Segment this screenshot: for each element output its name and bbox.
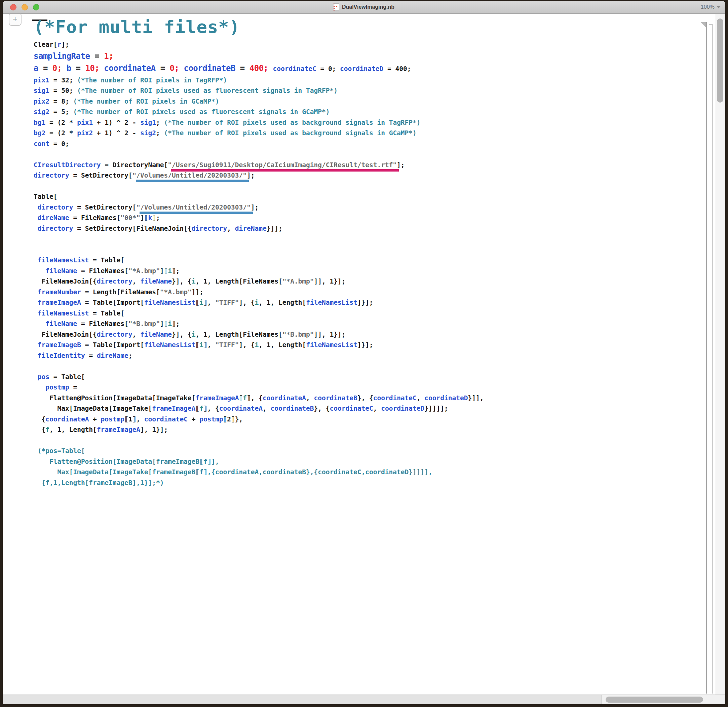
code-line[interactable]: Clear[r]; (34, 39, 685, 50)
code-line[interactable]: (*pos=Table[ (34, 446, 685, 457)
token-plain-code: + (89, 415, 101, 423)
zoom-level-control[interactable]: 100% (701, 1, 721, 13)
token-plain-code (34, 299, 38, 307)
vertical-scrollbar[interactable] (715, 14, 725, 695)
code-line[interactable]: {f, 1, Length[frameImageA], 1}]; (34, 425, 685, 435)
code-line[interactable]: samplingRate = 1; (34, 50, 685, 62)
token-variable: directory (97, 278, 133, 285)
code-line[interactable] (34, 244, 685, 255)
token-plain-code: , 1, Length[ (259, 299, 306, 307)
code-line[interactable]: bg2 = (2 * pix2 + 1) ^ 2 - sig2; (*The n… (34, 128, 685, 139)
code-line[interactable]: fileName = FileNames["*B.bmp"]⟦i⟧; (34, 318, 685, 329)
token-plain-code: , 1, Length[ (259, 341, 306, 349)
code-line[interactable]: Flatten@Position[ImageData[frameImageB⟦f… (34, 457, 685, 467)
code-line[interactable]: Table[ (34, 191, 685, 202)
code-line[interactable]: postmp = (34, 382, 685, 393)
code-line[interactable]: sig1 = 50; (*The number of ROI pixels us… (34, 85, 685, 96)
token-iterator: i (255, 299, 259, 307)
notebook-content[interactable]: (*For multi files*)Clear[r];samplingRate… (34, 16, 685, 488)
code-line[interactable]: directory = SetDirectory[FileNameJoin[{d… (34, 223, 685, 234)
token-variable: directory (192, 225, 227, 233)
token-plain-code: = DirectoryName[ (101, 161, 168, 169)
code-line[interactable]: fileName = FileNames["*A.bmp"]⟦i⟧; (34, 266, 685, 276)
token-plain-code: ]⟦ (160, 320, 168, 328)
code-line[interactable]: pos = Table[ (34, 372, 685, 382)
token-plain-code (34, 204, 38, 211)
token-plain-code: ⟦ (195, 299, 199, 307)
token-variable: coordinateD (381, 405, 425, 412)
token-plain-code: = (69, 383, 77, 391)
token-plain-code (34, 352, 38, 360)
token-plain-code: , 1, Length[ (49, 426, 97, 434)
code-line[interactable]: fileIdentity = direName; (34, 350, 685, 361)
code-line[interactable]: pix1 = 32; (*The number of ROI pixels in… (34, 75, 685, 86)
token-variable: coordinateA (263, 394, 306, 402)
token-plain-code: }]], (468, 394, 484, 402)
code-line[interactable]: (*For multi files*) (34, 16, 685, 38)
code-line[interactable]: bg1 = (2 * pix1 + 1) ^ 2 - sig1; (*The n… (34, 117, 685, 128)
token-plain-code: = (38, 64, 52, 73)
code-line[interactable]: sig2 = 5; (*The number of ROI pixels use… (34, 107, 685, 117)
token-variable: frameImageA (97, 426, 140, 434)
token-plain-code: = (2 * (45, 119, 77, 126)
token-plain-code: = Table[ (89, 256, 124, 264)
code-line[interactable]: a = 0; b = 10; coordinateA = 0; coordina… (34, 62, 685, 75)
code-line[interactable]: frameImageA = Table[Import[fileNamesList… (34, 297, 685, 308)
horizontal-scrollbar[interactable] (602, 695, 725, 704)
horizontal-scrollbar-thumb[interactable] (605, 697, 703, 703)
token-variable: fileNamesList (38, 256, 89, 264)
code-line[interactable]: Max[ImageData[ImageTake[frameImageB⟦f⟧,{… (34, 467, 685, 478)
code-line[interactable]: Flatten@Position[ImageData[ImageTake[fra… (34, 393, 685, 403)
code-line[interactable]: {f,1,Length[frameImageB],1}];*) (34, 478, 685, 489)
token-iterator: i (168, 320, 172, 328)
code-line[interactable]: cont = 0; (34, 139, 685, 149)
token-plain-code: ⟧, (204, 299, 215, 307)
status-message-area (3, 695, 602, 704)
token-plain-code: = (2 * (45, 129, 77, 137)
code-line[interactable]: frameImageB = Table[Import[fileNamesList… (34, 340, 685, 350)
code-line[interactable] (34, 361, 685, 372)
token-plain-code: ; (156, 119, 164, 126)
code-line[interactable]: directory = SetDirectory["/Volumes/Untit… (34, 170, 685, 181)
notebook-window: * DualViewImaging.nb 100% + (*For multi … (3, 1, 725, 704)
code-line[interactable]: fileNamesList = Table[ (34, 308, 685, 319)
cell-bracket-inner[interactable] (712, 24, 712, 694)
vertical-scrollbar-thumb[interactable] (717, 19, 723, 103)
token-iterator: f (45, 426, 49, 434)
code-line[interactable]: FileNameJoin[{directory, fileName}], {i,… (34, 329, 685, 340)
token-plain-code: = 400; (383, 65, 411, 73)
token-variable: directory (38, 225, 73, 233)
token-variable: sig1 (34, 87, 49, 94)
token-plain-code: = 0; (316, 65, 340, 73)
token-variable: cont (34, 140, 49, 147)
token-plain-code (34, 309, 38, 317)
code-line[interactable]: CIresultDirectory = DirectoryName["/User… (34, 160, 685, 171)
token-plain-code: }], { (172, 331, 192, 338)
token-variable: samplingRate (34, 52, 90, 61)
code-line[interactable]: {coordinateA + postmp⟦1⟧, coordinateC + … (34, 414, 685, 425)
add-cell-button[interactable]: + (9, 14, 22, 26)
code-line[interactable]: frameNumber = Length[FileNames["*A.bmp"]… (34, 287, 685, 298)
code-line[interactable]: Max[ImageData[ImageTake[frameImageA⟦f⟧, … (34, 403, 685, 414)
token-plain-code: ]], 1}]; (314, 331, 346, 338)
token-number-emphasis: 0; (170, 64, 184, 73)
cell-group-triangle-icon[interactable] (701, 22, 706, 27)
token-plain-code: , (306, 394, 314, 402)
token-plain-code: ]⟦ (140, 214, 148, 222)
token-plain-code: FileNameJoin[{ (34, 278, 97, 285)
code-line[interactable]: direName = FileNames["00*"]⟦k⟧; (34, 213, 685, 223)
token-variable: k (148, 214, 152, 222)
cell-bracket-outer[interactable] (706, 22, 707, 694)
token-variable: coordinateB (314, 394, 357, 402)
code-line[interactable]: directory = SetDirectory["/Volumes/Untit… (34, 202, 685, 213)
code-line[interactable]: FileNameJoin[{directory, fileName}], {i,… (34, 276, 685, 287)
code-line[interactable]: pix2 = 8; (*The number of ROI pixels in … (34, 96, 685, 107)
token-string-blue-underline: "/Volumes/Untitled/20200303/" (133, 172, 247, 179)
code-line[interactable] (34, 181, 685, 192)
code-line[interactable] (34, 435, 685, 446)
code-line[interactable] (34, 234, 685, 244)
token-string: "*B.bmp" (282, 331, 314, 338)
code-line[interactable]: fileNamesList = Table[ (34, 255, 685, 266)
token-plain-code: ⟦2⟧}, (223, 415, 243, 423)
code-line[interactable] (34, 149, 685, 160)
